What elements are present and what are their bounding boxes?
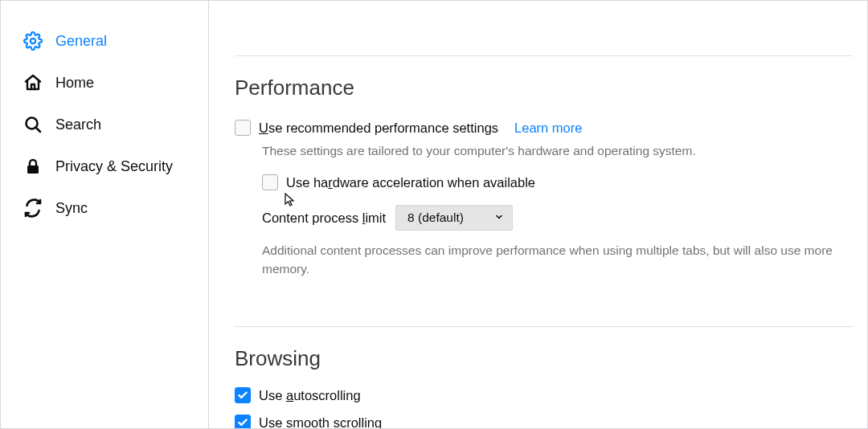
- process-limit-row: Content process limit 8 (default): [262, 205, 853, 231]
- hw-accel-checkbox[interactable]: [262, 174, 278, 190]
- chevron-down-icon: [494, 210, 504, 225]
- hw-accel-row: Use hardware acceleration when available: [262, 174, 853, 190]
- smooth-scroll-row: Use smooth scrolling: [235, 415, 853, 428]
- autoscroll-checkbox[interactable]: [235, 387, 251, 403]
- process-limit-label: Content process limit: [262, 210, 386, 226]
- sidebar-item-label: Sync: [55, 200, 88, 217]
- sidebar-item-search[interactable]: Search: [1, 104, 208, 145]
- use-recommended-label: Use recommended performance settings: [259, 121, 498, 136]
- sync-icon: [23, 198, 43, 218]
- autoscroll-row: Use autoscrolling: [235, 387, 853, 403]
- svg-rect-3: [27, 165, 39, 174]
- performance-heading: Performance: [235, 76, 853, 100]
- sidebar-item-label: Search: [55, 116, 101, 133]
- smooth-scroll-label: Use smooth scrolling: [259, 415, 382, 428]
- hw-accel-label: Use hardware acceleration when available: [286, 175, 535, 190]
- sidebar-item-general[interactable]: General: [1, 20, 208, 62]
- browsing-heading: Browsing: [235, 346, 853, 371]
- section-divider: [235, 55, 853, 56]
- sidebar-item-sync[interactable]: Sync: [1, 187, 208, 229]
- svg-point-0: [31, 39, 35, 43]
- process-limit-value: 8 (default): [407, 210, 464, 225]
- svg-line-2: [36, 128, 41, 133]
- home-icon: [23, 73, 43, 92]
- learn-more-link[interactable]: Learn more: [514, 121, 582, 136]
- sidebar-item-label: General: [55, 33, 107, 50]
- process-description: Additional content processes can improve…: [262, 242, 845, 278]
- use-recommended-checkbox[interactable]: [235, 120, 251, 136]
- use-recommended-row: Use recommended performance settings Lea…: [235, 120, 853, 136]
- sidebar-item-privacy[interactable]: Privacy & Security: [1, 145, 208, 187]
- main-content: Performance Use recommended performance …: [209, 1, 867, 428]
- lock-icon: [23, 157, 43, 176]
- section-divider: [235, 326, 853, 327]
- sidebar-item-label: Home: [55, 75, 94, 92]
- smooth-scroll-checkbox[interactable]: [235, 415, 251, 428]
- tailored-description: These settings are tailored to your comp…: [262, 142, 853, 160]
- sidebar: General Home Search: [1, 1, 209, 428]
- sidebar-item-home[interactable]: Home: [1, 62, 208, 104]
- process-limit-select[interactable]: 8 (default): [395, 205, 513, 231]
- sidebar-item-label: Privacy & Security: [55, 158, 173, 175]
- search-icon: [23, 115, 43, 134]
- autoscroll-label: Use autoscrolling: [259, 388, 361, 403]
- gear-icon: [23, 31, 43, 51]
